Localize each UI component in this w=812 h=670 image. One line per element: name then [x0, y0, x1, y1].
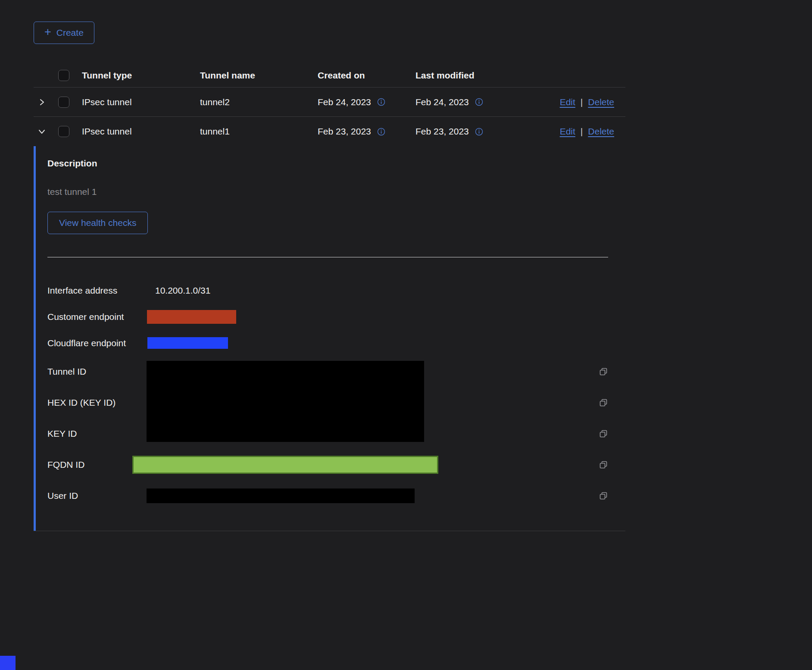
select-row-checkbox[interactable] [58, 97, 69, 108]
field-label: Interface address [47, 285, 147, 296]
field-customer-endpoint: Customer endpoint [47, 304, 608, 330]
field-user-id: User ID [47, 480, 608, 511]
select-all-checkbox[interactable] [58, 70, 69, 81]
ipsec-tunnels-page: + Create Tunnel type Tunnel name Created… [0, 0, 812, 531]
created-on-value: Feb 23, 2023 [318, 126, 371, 137]
tunnel-type-cell: IPsec tunnel [82, 126, 200, 137]
delete-link[interactable]: Delete [588, 97, 614, 107]
view-health-checks-button[interactable]: View health checks [47, 212, 148, 234]
action-separator: | [581, 97, 583, 107]
field-label: Customer endpoint [47, 312, 147, 322]
copy-icon [599, 398, 608, 407]
edit-link[interactable]: Edit [560, 97, 575, 107]
create-button-label: Create [56, 28, 84, 38]
tunnel-fields: Interface address 10.200.1.0/31 Customer… [47, 277, 608, 511]
field-label: KEY ID [47, 429, 147, 439]
copy-icon [599, 492, 608, 500]
ids-redacted-value [147, 361, 424, 442]
last-modified-value: Feb 23, 2023 [415, 126, 469, 137]
copy-button[interactable] [599, 429, 608, 438]
column-header-tunnel-type: Tunnel type [82, 70, 200, 81]
create-button[interactable]: + Create [34, 22, 94, 44]
plus-icon: + [44, 26, 51, 38]
last-modified-cell: Feb 23, 2023 [415, 126, 539, 137]
info-icon[interactable] [475, 128, 483, 136]
edit-link[interactable]: Edit [560, 126, 575, 137]
description-text: test tunnel 1 [47, 187, 608, 197]
expand-row-button[interactable] [38, 98, 46, 106]
column-header-created-on: Created on [318, 70, 415, 81]
copy-icon [599, 367, 608, 376]
collapse-row-button[interactable] [38, 128, 46, 135]
chevron-down-icon [38, 128, 46, 135]
copy-button[interactable] [599, 491, 608, 501]
tunnel-details-panel: Description test tunnel 1 View health ch… [34, 146, 625, 531]
copy-icon [599, 460, 608, 469]
info-icon[interactable] [475, 98, 483, 106]
column-header-last-modified: Last modified [415, 70, 539, 81]
created-on-cell: Feb 23, 2023 [318, 126, 415, 137]
field-label: Cloudflare endpoint [47, 338, 147, 348]
copy-button[interactable] [599, 398, 608, 407]
section-divider [47, 257, 608, 257]
tunnel-type-cell: IPsec tunnel [82, 97, 200, 107]
tunnel-name-cell: tunnel2 [200, 97, 318, 107]
created-on-value: Feb 24, 2023 [318, 97, 371, 107]
field-label: User ID [47, 491, 147, 501]
field-label: HEX ID (KEY ID) [47, 398, 147, 408]
tunnel-name-cell: tunnel1 [200, 126, 318, 137]
cloudflare-endpoint-redacted-value [147, 337, 228, 349]
copy-icon [599, 429, 608, 438]
description-heading: Description [47, 158, 608, 169]
last-modified-cell: Feb 24, 2023 [415, 97, 539, 107]
field-label: Tunnel ID [47, 366, 147, 377]
table-row-tunnel2: IPsec tunnel tunnel2 Feb 24, 2023 Feb 24… [34, 88, 625, 117]
fqdn-id-redacted-value [132, 456, 438, 474]
tunnels-table: Tunnel type Tunnel name Created on Last … [34, 64, 625, 531]
chevron-right-icon [38, 98, 46, 106]
row-actions: Edit | Delete [539, 126, 625, 137]
action-separator: | [581, 126, 583, 137]
table-header-row: Tunnel type Tunnel name Created on Last … [34, 64, 625, 88]
info-icon[interactable] [377, 128, 385, 136]
interface-address-value: 10.200.1.0/31 [147, 285, 210, 296]
field-fqdn-id: FQDN ID [47, 449, 608, 480]
created-on-cell: Feb 24, 2023 [318, 97, 415, 107]
copy-button[interactable] [599, 367, 608, 376]
field-label: FQDN ID [47, 460, 147, 470]
table-row-tunnel1: IPsec tunnel tunnel1 Feb 23, 2023 Feb 23… [34, 117, 625, 146]
select-row-checkbox[interactable] [58, 126, 69, 137]
copy-button[interactable] [599, 460, 608, 470]
id-fields-group: Tunnel ID HEX ID (KEY ID) KEY ID [47, 356, 608, 449]
delete-link[interactable]: Delete [588, 126, 614, 137]
last-modified-value: Feb 24, 2023 [415, 97, 469, 107]
row-actions: Edit | Delete [539, 97, 625, 107]
user-id-redacted-value [147, 488, 415, 503]
info-icon[interactable] [377, 98, 385, 106]
field-cloudflare-endpoint: Cloudflare endpoint [47, 330, 608, 356]
bottom-left-blue-strip [0, 656, 16, 670]
column-header-tunnel-name: Tunnel name [200, 70, 318, 81]
customer-endpoint-redacted-value [147, 310, 236, 324]
field-interface-address: Interface address 10.200.1.0/31 [47, 277, 608, 304]
